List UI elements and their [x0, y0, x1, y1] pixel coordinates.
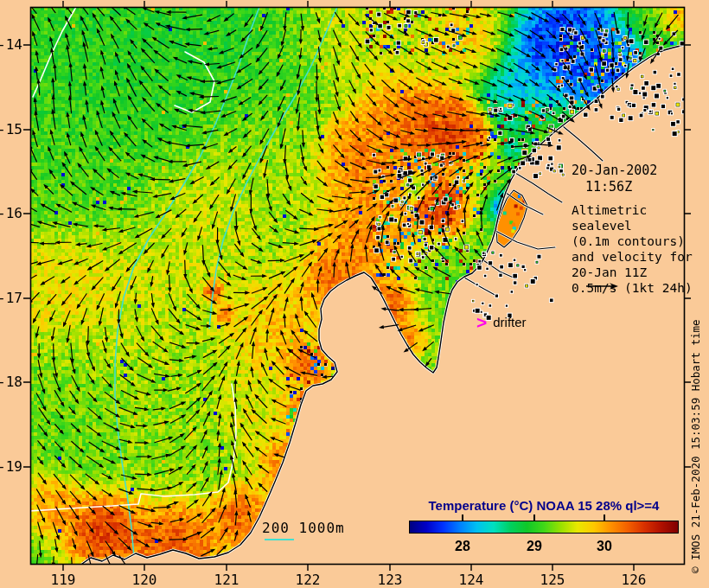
altimetric-line: (0.1m contours) [572, 233, 709, 249]
lat-tick-label: -16 [0, 208, 22, 220]
lat-tick-label: -15 [0, 124, 22, 136]
lon-tick-label: 126 [616, 573, 651, 587]
colorbar-tick-label: 28 [445, 539, 480, 554]
velocity-scale-arrow-icon [586, 278, 619, 295]
colorbar-tick [462, 514, 463, 521]
depth-contour-legend-line [265, 539, 294, 540]
colorbar-gradient [409, 521, 679, 534]
colorbar-tick-label: 29 [517, 539, 552, 554]
drifter-label: drifter [487, 315, 526, 329]
datetime-annotation: 20-Jan-2002 11:56Z [572, 163, 657, 195]
lat-tick-label: -14 [0, 39, 22, 51]
altimetric-line: Altimetric sealevel [572, 202, 709, 233]
depth-contour-legend-label: 200 1000m [262, 520, 345, 536]
lon-tick-label: 124 [454, 573, 489, 587]
colorbar-tick [604, 514, 605, 521]
altimetric-line: and velocity for [572, 249, 709, 265]
lon-tick-label: 122 [291, 573, 325, 587]
colorbar-title: Temperature (°C) NOAA 15 28% ql>=4 [409, 498, 679, 513]
datetime-time: 11:56Z [572, 179, 657, 195]
datetime-date: 20-Jan-2002 [572, 163, 657, 179]
lon-tick-label: 120 [127, 573, 162, 587]
lon-tick-label: 123 [373, 573, 407, 587]
credit-text: © IMOS 21-Feb-2020 15:03:59 Hobart time [689, 320, 702, 574]
lat-tick-label: -17 [0, 292, 22, 304]
colorbar-tick [533, 514, 535, 521]
lon-tick-label: 125 [535, 573, 570, 587]
lon-tick-label: 121 [209, 573, 244, 587]
lon-tick-label: 119 [46, 573, 80, 587]
drifter-annotation: >drifter [476, 313, 527, 332]
colorbar-tick-label: 30 [587, 539, 622, 554]
lat-tick-label: -18 [0, 376, 22, 388]
sst-map-figure: -14-15-16-17-18-19 119120121122123124125… [0, 0, 709, 588]
lat-tick-label: -19 [0, 461, 22, 473]
drifter-marker-icon: > [476, 312, 487, 332]
